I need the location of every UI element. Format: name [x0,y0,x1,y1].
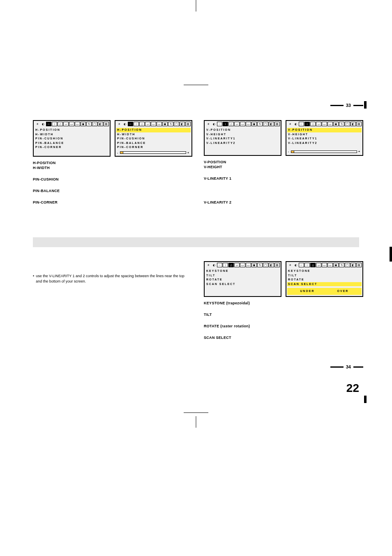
bullet-icon: • [33,273,34,284]
left-column: ☀◐↔↕△▱▭▭▣↻▢◧▤ H-POSITION H-WIDTH PIN-CUS… [33,120,192,204]
sheet-number: 22 [33,382,363,395]
term: ROTATE (raster rotation) [204,324,363,328]
osd-item: TILT [288,273,361,278]
divider-mid [184,412,208,413]
right-column: ☀◐↔↕△▱▭▭▣↻▢◧▤ KEYSTONE TILT ROTATE SCAN … [204,261,363,340]
term: H-WIDTH [33,166,192,170]
term: V-LINEARITY 1 [204,176,363,181]
osd-panel-h-selected: ☀◐↔↕△▱▭▭▣↻▢◧▤ H-POSITION H-WIDTH PIN-CUS… [115,120,192,157]
osd-item: PIN-BALANCE [35,141,108,146]
osd-panel-h-list: ☀◐↔↕△▱▭▭▣↻▢◧▤ H-POSITION H-WIDTH PIN-CUS… [33,120,111,157]
osd-items: KEYSTONE TILT ROTATE SCAN SELECT [286,268,362,287]
crop-mark [390,251,392,253]
osd-items: H-POSITION H-WIDTH PIN-CUSHION PIN-BALAN… [115,127,191,151]
osd-item-selected: SCAN SELECT [287,282,362,287]
osd-item: PIN-CORNER [35,145,108,150]
page-33: 33 ☀◐↔↕△▱▭▭▣↻▢◧▤ H-POSITION H-WIDTH PIN-… [0,0,392,221]
osd-item: V-LINEARITY2 [206,141,279,146]
osd-icon-row: ☀◐↔↕△▱▭▭▣↻▢◧▤ [286,262,362,268]
osd-icon-row: ☀◐↔↕△▱▭▭▣↻▢◧▤ [34,121,110,127]
osd-icon-row: ☀◐↔↕△▱▭▭▣↻▢◧▤ [205,121,281,127]
osd-icon-row: ☀◐↔↕△▱▭▭▣↻▢◧▤ [205,262,281,268]
term: H-POSITION [33,161,192,165]
osd-items: V-POSITION V-HEIGHT V-LINEARITY1 V-LINEA… [286,127,362,149]
osd-item: PIN-CORNER [117,145,190,150]
osd-panel-scan-select: ☀◐↔↕△▱▭▭▣↻▢◧▤ KEYSTONE TILT ROTATE SCAN … [286,261,363,297]
term-list: V-POSITION V-HEIGHT V-LINEARITY 1 V-LINE… [204,160,363,204]
page-number: 33 [346,103,351,108]
term: V-POSITION [204,160,363,164]
slider-track [120,151,186,154]
osd-items: V-POSITION V-HEIGHT V-LINEARITY1 V-LINEA… [205,127,281,155]
term-list: H-POSITION H-WIDTH PIN-CUSHION PIN-BALAN… [33,161,192,204]
term: PIN-CORNER [33,200,192,204]
osd-item: ROTATE [206,278,279,282]
term: PIN-CUSHION [33,177,192,181]
minus-icon: - [117,151,119,154]
note-banner [33,237,359,247]
page-number: 34 [346,364,351,369]
note-bullet: • use the V-LINEARITY 1 and 2 controls t… [33,273,192,284]
osd-item: ROTATE [288,278,361,282]
osd-item: V-HEIGHT [206,132,279,137]
submenu-option: OVER [337,290,349,292]
submenu-option: UNDER [300,290,315,292]
osd-item: V-POSITION [206,128,279,132]
note-column: • use the V-LINEARITY 1 and 2 controls t… [33,261,192,340]
term-list: KEYSTONE (trapezoidal) TILT ROTATE (rast… [204,301,363,340]
osd-item: H-WIDTH [35,132,108,137]
term: V-LINEARITY 2 [204,200,363,204]
osd-panel-v-selected: ☀◐↔↕△▱▭▭▣↻▢◧▤ V-POSITION V-HEIGHT V-LINE… [286,120,363,156]
crop-mark [364,396,367,403]
osd-panel-v-list: ☀◐↔↕△▱▭▭▣↻▢◧▤ V-POSITION V-HEIGHT V-LINE… [204,120,281,156]
slider-knob [120,151,123,154]
osd-item: PIN-CUSHION [117,137,190,141]
osd-item: PIN-CUSHION [35,137,108,141]
term: TILT [204,313,363,317]
osd-item-selected: H-POSITION [116,128,191,132]
slider-knob [291,151,294,153]
osd-icon-row: ☀◐↔↕△▱▭▭▣↻▢◧▤ [115,121,191,127]
term: V-HEIGHT [204,165,363,169]
slider-track [291,151,357,153]
note-text: use the V-LINEARITY 1 and 2 controls to … [36,273,190,284]
osd-slider: - + [115,151,191,156]
plus-icon: + [358,150,361,153]
osd-item: TILT [206,273,279,278]
page-34: • use the V-LINEARITY 1 and 2 controls t… [0,257,392,428]
plus-icon: + [187,151,190,154]
osd-items: H-POSITION H-WIDTH PIN-CUSHION PIN-BALAN… [34,127,110,155]
osd-slider: - + [286,149,362,155]
band-segment [330,105,344,106]
term: KEYSTONE (trapezoidal) [204,301,363,305]
page-number-band: 34 [33,364,363,369]
osd-item: SCAN SELECT [206,282,279,287]
osd-item: PIN-BALANCE [117,141,190,146]
band-segment [353,105,363,106]
osd-item: V-LINEARITY2 [288,141,361,146]
minus-icon: - [288,150,290,153]
term: PIN-BALANCE [33,189,192,193]
osd-item: V-LINEARITY1 [288,137,361,141]
osd-item: H-WIDTH [117,132,190,137]
band-segment [353,366,363,368]
crop-mark [196,416,196,428]
band-segment [330,366,344,368]
right-column: ☀◐↔↕△▱▭▭▣↻▢◧▤ V-POSITION V-HEIGHT V-LINE… [204,120,363,204]
osd-icon-row: ☀◐↔↕△▱▭▭▣↻▢◧▤ [286,121,362,127]
osd-panel-keystone-list: ☀◐↔↕△▱▭▭▣↻▢◧▤ KEYSTONE TILT ROTATE SCAN … [204,261,281,297]
osd-item-selected: V-POSITION [287,128,362,132]
page-number-band: 33 [33,103,363,108]
osd-item: V-HEIGHT [288,132,361,137]
osd-submenu: UNDER OVER [287,288,362,295]
osd-item: KEYSTONE [288,269,361,273]
osd-item: V-LINEARITY1 [206,137,279,141]
crop-mark [364,101,367,109]
osd-item: KEYSTONE [206,269,279,273]
term: SCAN SELECT [204,336,363,340]
osd-items: KEYSTONE TILT ROTATE SCAN SELECT [205,268,281,296]
osd-item: H-POSITION [35,128,108,132]
